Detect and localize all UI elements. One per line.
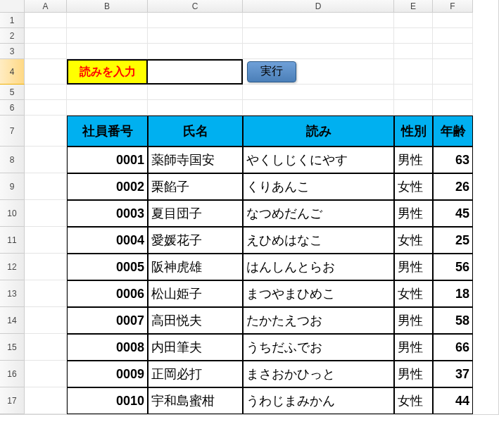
table-cell[interactable]: 66	[433, 334, 473, 361]
blank-cell[interactable]	[25, 254, 67, 280]
table-cell[interactable]: 薬師寺国安	[148, 147, 243, 173]
blank-cell[interactable]	[25, 387, 67, 414]
table-cell[interactable]: 56	[433, 254, 473, 280]
table-cell[interactable]: うわじまみかん	[243, 387, 394, 414]
table-cell[interactable]: 0008	[67, 334, 148, 361]
blank-cell[interactable]	[25, 13, 67, 28]
table-cell[interactable]: 夏目団子	[148, 200, 243, 227]
blank-cell[interactable]	[433, 13, 473, 28]
blank-cell[interactable]	[433, 100, 473, 116]
blank-cell[interactable]	[67, 44, 148, 59]
blank-cell[interactable]	[394, 59, 433, 85]
table-cell[interactable]: 愛媛花子	[148, 227, 243, 254]
row-header-13[interactable]: 13	[0, 280, 25, 307]
table-cell[interactable]: 0001	[67, 147, 148, 173]
table-cell[interactable]: 44	[433, 387, 473, 414]
table-cell[interactable]: たかたえつお	[243, 307, 394, 334]
blank-cell[interactable]	[67, 28, 148, 44]
reading-input[interactable]	[148, 59, 243, 85]
table-cell[interactable]: 男性	[394, 334, 433, 361]
table-cell[interactable]: まつやまひめこ	[243, 280, 394, 307]
table-cell[interactable]: 正岡必打	[148, 361, 243, 387]
blank-cell[interactable]	[394, 13, 433, 28]
blank-cell[interactable]	[433, 44, 473, 59]
blank-cell[interactable]	[25, 227, 67, 254]
blank-cell[interactable]	[25, 200, 67, 227]
table-cell[interactable]: 0005	[67, 254, 148, 280]
blank-cell[interactable]	[148, 13, 243, 28]
blank-cell[interactable]	[394, 85, 433, 100]
table-cell[interactable]: はんしんとらお	[243, 254, 394, 280]
table-cell[interactable]: 内田筆夫	[148, 334, 243, 361]
table-cell[interactable]: うちだふでお	[243, 334, 394, 361]
table-cell[interactable]: 男性	[394, 307, 433, 334]
blank-cell[interactable]	[394, 44, 433, 59]
blank-cell[interactable]	[67, 85, 148, 100]
row-header-3[interactable]: 3	[0, 44, 25, 59]
row-header-11[interactable]: 11	[0, 227, 25, 254]
table-cell[interactable]: 0009	[67, 361, 148, 387]
table-cell[interactable]: やくしじくにやす	[243, 147, 394, 173]
table-cell[interactable]: 26	[433, 173, 473, 200]
col-header-e[interactable]: E	[394, 0, 433, 13]
blank-cell[interactable]	[25, 28, 67, 44]
blank-cell[interactable]	[148, 28, 243, 44]
blank-cell[interactable]	[243, 13, 394, 28]
table-cell[interactable]: 0003	[67, 200, 148, 227]
table-cell[interactable]: 女性	[394, 387, 433, 414]
table-cell[interactable]: 男性	[394, 200, 433, 227]
table-cell[interactable]: 男性	[394, 254, 433, 280]
blank-cell[interactable]	[25, 59, 67, 85]
row-header-12[interactable]: 12	[0, 254, 25, 280]
blank-cell[interactable]	[67, 13, 148, 28]
blank-cell[interactable]	[433, 59, 473, 85]
table-cell[interactable]: 阪神虎雄	[148, 254, 243, 280]
table-cell[interactable]: くりあんこ	[243, 173, 394, 200]
col-header-b[interactable]: B	[67, 0, 148, 13]
blank-cell[interactable]	[25, 361, 67, 387]
blank-cell[interactable]	[25, 173, 67, 200]
blank-cell[interactable]	[25, 44, 67, 59]
row-header-15[interactable]: 15	[0, 334, 25, 361]
table-cell[interactable]: 45	[433, 200, 473, 227]
table-cell[interactable]: 0004	[67, 227, 148, 254]
blank-cell[interactable]	[25, 307, 67, 334]
blank-cell[interactable]	[148, 85, 243, 100]
row-header-16[interactable]: 16	[0, 361, 25, 387]
table-cell[interactable]: 18	[433, 280, 473, 307]
blank-cell[interactable]	[243, 28, 394, 44]
table-cell[interactable]: 58	[433, 307, 473, 334]
blank-cell[interactable]	[67, 100, 148, 116]
row-header-7[interactable]: 7	[0, 116, 25, 147]
table-cell[interactable]: えひめはなこ	[243, 227, 394, 254]
blank-cell[interactable]	[25, 334, 67, 361]
blank-cell[interactable]	[148, 44, 243, 59]
blank-cell[interactable]	[394, 28, 433, 44]
row-header-10[interactable]: 10	[0, 200, 25, 227]
table-cell[interactable]: 男性	[394, 361, 433, 387]
table-cell[interactable]: 0010	[67, 387, 148, 414]
blank-cell[interactable]	[25, 116, 67, 147]
table-cell[interactable]: 高田悦夫	[148, 307, 243, 334]
blank-cell[interactable]	[148, 100, 243, 116]
table-cell[interactable]: 63	[433, 147, 473, 173]
col-header-c[interactable]: C	[148, 0, 243, 13]
blank-cell[interactable]	[25, 85, 67, 100]
table-cell[interactable]: 0006	[67, 280, 148, 307]
row-header-2[interactable]: 2	[0, 28, 25, 44]
row-header-6[interactable]: 6	[0, 100, 25, 116]
table-cell[interactable]: 女性	[394, 173, 433, 200]
table-cell[interactable]: 女性	[394, 227, 433, 254]
blank-cell[interactable]	[433, 28, 473, 44]
table-cell[interactable]: 男性	[394, 147, 433, 173]
col-header-d[interactable]: D	[243, 0, 394, 13]
row-header-14[interactable]: 14	[0, 307, 25, 334]
row-header-1[interactable]: 1	[0, 13, 25, 28]
blank-cell[interactable]	[243, 44, 394, 59]
blank-cell[interactable]	[243, 100, 394, 116]
blank-cell[interactable]	[243, 85, 394, 100]
row-header-4[interactable]: 4	[0, 59, 25, 85]
table-cell[interactable]: 25	[433, 227, 473, 254]
table-cell[interactable]: 0007	[67, 307, 148, 334]
row-header-8[interactable]: 8	[0, 147, 25, 173]
